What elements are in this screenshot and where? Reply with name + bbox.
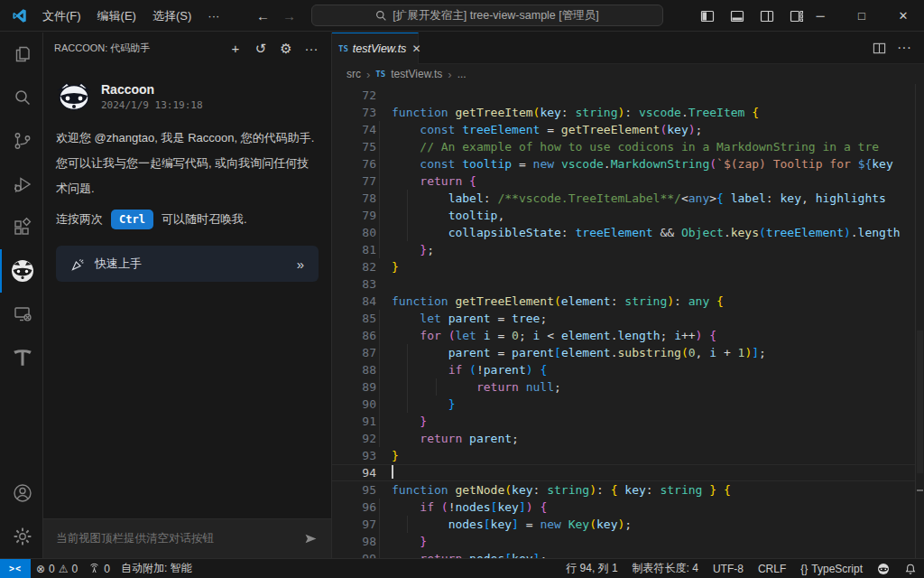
- line-number[interactable]: 95: [332, 481, 376, 499]
- line-number[interactable]: 80: [332, 224, 376, 241]
- line-number[interactable]: 91: [332, 413, 376, 430]
- line-number[interactable]: 88: [332, 361, 376, 378]
- code-line[interactable]: 91 }: [332, 413, 915, 430]
- menu-file[interactable]: 文件(F): [34, 5, 89, 28]
- line-number[interactable]: 93: [332, 447, 376, 464]
- code-line[interactable]: 92 return parent;: [332, 430, 915, 447]
- code-line[interactable]: 75 // An example of how to use codicons …: [332, 138, 915, 155]
- breadcrumb-file[interactable]: testView.ts: [391, 68, 442, 80]
- command-center-search[interactable]: [扩展开发宿主] tree-view-sample [管理员]: [311, 5, 663, 26]
- line-number[interactable]: 83: [332, 275, 376, 293]
- code-line[interactable]: 99 return nodes[key];: [332, 550, 915, 558]
- toggle-secondary-sidebar-icon[interactable]: [756, 5, 778, 27]
- settings-button[interactable]: ⚙: [275, 38, 297, 60]
- line-number[interactable]: 84: [332, 293, 376, 310]
- line-number[interactable]: 77: [332, 172, 376, 190]
- more-actions-button[interactable]: ···: [300, 38, 322, 60]
- code-line[interactable]: 81 };: [332, 241, 915, 258]
- line-number[interactable]: 75: [332, 138, 376, 155]
- close-button[interactable]: ✕: [882, 0, 924, 32]
- back-arrow-icon[interactable]: ←: [256, 8, 270, 23]
- line-number[interactable]: 92: [332, 430, 376, 447]
- new-chat-button[interactable]: +: [225, 38, 246, 60]
- breadcrumb-folder[interactable]: src: [346, 68, 361, 80]
- code-line[interactable]: 83: [332, 275, 915, 293]
- code-line[interactable]: 78 label: /**vscode.TreeItemLabel**/<any…: [332, 190, 915, 207]
- minimize-button[interactable]: ─: [799, 0, 841, 32]
- code-line[interactable]: 80 collapsibleState: treeElement && Obje…: [332, 224, 915, 241]
- code-line[interactable]: 84function getTreeElement(element: strin…: [332, 293, 915, 310]
- code-line[interactable]: 82}: [332, 258, 915, 275]
- line-number[interactable]: 96: [332, 499, 376, 516]
- line-number[interactable]: 99: [332, 550, 376, 558]
- code-line[interactable]: 98 }: [332, 533, 915, 550]
- split-editor-icon[interactable]: [873, 42, 886, 55]
- code-line[interactable]: 85 let parent = tree;: [332, 310, 915, 327]
- line-number[interactable]: 82: [332, 258, 376, 275]
- line-number[interactable]: 94: [332, 464, 376, 481]
- line-number[interactable]: 86: [332, 327, 376, 344]
- line-number[interactable]: 73: [332, 104, 376, 121]
- activity-run-debug[interactable]: [0, 163, 42, 206]
- activity-search[interactable]: [0, 76, 42, 119]
- line-number[interactable]: 97: [332, 516, 376, 533]
- indentation[interactable]: 制表符长度: 4: [625, 559, 706, 578]
- encoding[interactable]: UTF-8: [706, 559, 751, 578]
- eol-sequence[interactable]: CRLF: [751, 559, 793, 578]
- code-line[interactable]: 79 tooltip,: [332, 207, 915, 224]
- scrollbar-thumb[interactable]: [917, 331, 923, 473]
- code-line[interactable]: 94: [332, 464, 915, 481]
- line-number[interactable]: 79: [332, 207, 376, 224]
- code-line[interactable]: 74 const treeElement = getTreeElement(ke…: [332, 121, 915, 138]
- toggle-panel-icon[interactable]: [726, 5, 748, 27]
- maximize-button[interactable]: □: [841, 0, 882, 32]
- menu-edit[interactable]: 编辑(E): [89, 5, 144, 28]
- code-line[interactable]: 73function getTreeItem(key: string): vsc…: [332, 104, 915, 121]
- activity-settings[interactable]: [0, 515, 42, 558]
- code-lines[interactable]: 7273function getTreeItem(key: string): v…: [332, 84, 915, 558]
- line-number[interactable]: 90: [332, 396, 376, 413]
- line-number[interactable]: 87: [332, 344, 376, 361]
- language-mode[interactable]: {} TypeScript: [793, 559, 870, 578]
- code-line[interactable]: 76 const tooltip = new vscode.MarkdownSt…: [332, 155, 915, 172]
- activity-accounts[interactable]: [0, 471, 42, 515]
- activity-extensions[interactable]: [0, 206, 42, 249]
- send-icon[interactable]: [303, 531, 319, 546]
- activity-remote-explorer[interactable]: [0, 293, 42, 336]
- line-number[interactable]: 78: [332, 190, 376, 207]
- notifications[interactable]: [897, 559, 924, 578]
- code-line[interactable]: 90 }: [332, 396, 915, 413]
- problems-indicator[interactable]: ⊗ 0 ⚠ 0: [31, 559, 83, 578]
- code-line[interactable]: 96 if (!nodes[key]) {: [332, 499, 915, 516]
- line-number[interactable]: 98: [332, 533, 376, 550]
- editor-scrollbar[interactable]: [915, 84, 924, 558]
- code-line[interactable]: 72: [332, 87, 915, 104]
- code-line[interactable]: 97 nodes[key] = new Key(key);: [332, 516, 915, 533]
- line-number[interactable]: 81: [332, 241, 376, 258]
- line-number[interactable]: 74: [332, 121, 376, 138]
- line-number[interactable]: 72: [332, 87, 376, 104]
- toggle-sidebar-icon[interactable]: [697, 5, 718, 27]
- code-line[interactable]: 87 parent = parent[element.substring(0, …: [332, 344, 915, 361]
- activity-source-control[interactable]: [0, 119, 42, 163]
- activity-raccoon[interactable]: [0, 249, 42, 293]
- menu-overflow[interactable]: ···: [199, 5, 227, 26]
- history-button[interactable]: ↺: [250, 38, 272, 60]
- remote-indicator[interactable]: ><: [0, 559, 31, 578]
- editor-more-actions[interactable]: ···: [897, 40, 911, 56]
- line-number[interactable]: 89: [332, 378, 376, 396]
- tab-testview[interactable]: TS testView.ts ✕: [332, 33, 419, 64]
- code-line[interactable]: 88 if (!parent) {: [332, 361, 915, 378]
- chat-input[interactable]: 当前视图顶栏提供清空对话按钮: [56, 531, 303, 546]
- code-line[interactable]: 77 return {: [332, 172, 915, 190]
- code-line[interactable]: 86 for (let i = 0; i < element.length; i…: [332, 327, 915, 344]
- auto-attach[interactable]: 自动附加: 智能: [116, 559, 198, 578]
- activity-tesla-extension[interactable]: [0, 336, 42, 379]
- breadcrumb-symbol[interactable]: ...: [457, 68, 467, 80]
- line-number[interactable]: 85: [332, 310, 376, 327]
- quickstart-button[interactable]: 快速上手 »: [56, 246, 319, 282]
- cursor-position[interactable]: 行 94, 列 1: [559, 559, 624, 578]
- menu-selection[interactable]: 选择(S): [144, 5, 199, 28]
- code-line[interactable]: 95function getNode(key: string): { key: …: [332, 481, 915, 499]
- line-number[interactable]: 76: [332, 155, 376, 172]
